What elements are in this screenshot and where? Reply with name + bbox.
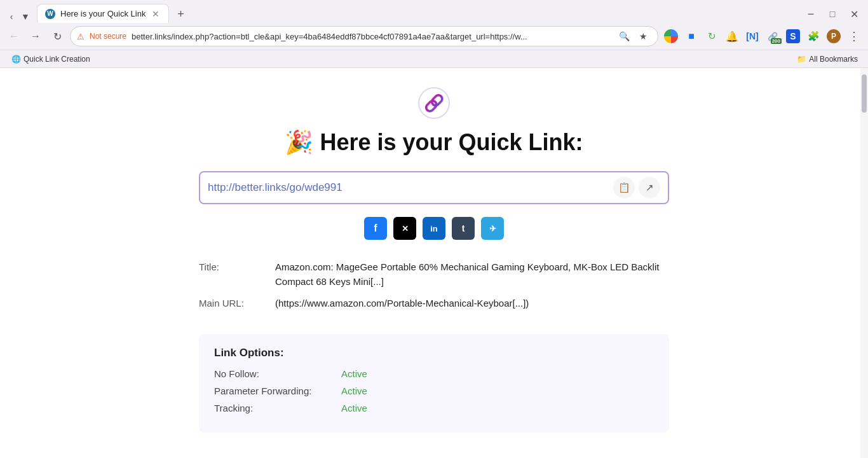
open-link-btn[interactable]: ↗ [639, 177, 660, 198]
search-icon-btn[interactable]: 🔍 [616, 28, 632, 45]
facebook-share-btn[interactable]: f [364, 217, 387, 240]
link-options-box: Link Options: No Follow: Active Paramete… [199, 334, 669, 433]
address-url: better.links/index.php?action=btl_cle&ap… [132, 32, 611, 41]
address-bar[interactable]: ⚠ Not secure better.links/index.php?acti… [70, 26, 658, 46]
param-forwarding-row: Parameter Forwarding: Active [214, 385, 654, 396]
tab-favicon: W [45, 9, 55, 19]
telegram-icon: ✈ [489, 224, 496, 233]
n-icon-btn[interactable]: [N] [743, 27, 761, 45]
copy-icon: 📋 [618, 182, 630, 193]
main-url-row: Main URL: (https://www.amazon.com/Portab… [199, 296, 669, 311]
tab-bar: ‹ ▼ W Here is your Quick Link ✕ + − □ ✕ [0, 0, 868, 23]
browser-chrome: ‹ ▼ W Here is your Quick Link ✕ + − □ ✕ … [0, 0, 868, 68]
new-tab-btn[interactable]: + [172, 5, 189, 23]
title-row: Title: Amazon.com: MageGee Portable 60% … [199, 260, 669, 289]
tracking-row: Tracking: Active [214, 403, 654, 413]
badge-200: 200 [771, 38, 782, 44]
g-logo [664, 29, 678, 43]
x-share-btn[interactable]: ✕ [393, 217, 416, 240]
tab-close-btn[interactable]: ✕ [151, 8, 161, 20]
s-logo: S [786, 29, 800, 43]
x-icon: ✕ [402, 224, 409, 233]
bookmark-quick-link-creation[interactable]: 🌐 Quick Link Creation [6, 53, 95, 65]
skype-icon[interactable]: S [784, 27, 802, 45]
browser-tab-active[interactable]: W Here is your Quick Link ✕ [37, 4, 169, 23]
no-follow-row: No Follow: Active [214, 368, 654, 379]
link-actions: 📋 ↗ [613, 177, 660, 198]
copy-link-btn[interactable]: 📋 [613, 177, 635, 198]
forward-btn[interactable]: → [27, 27, 44, 45]
quick-link-url[interactable]: http://better.links/go/wde991 [208, 181, 613, 194]
tumblr-icon: t [462, 223, 465, 233]
logo-area: 🔗 [418, 87, 450, 119]
not-secure-label: Not secure [90, 32, 126, 41]
address-icons: 🔍 ★ [616, 28, 651, 45]
title-value: Amazon.com: MageGee Portable 60% Mechani… [275, 260, 669, 289]
bookmark-star-btn[interactable]: ★ [635, 28, 651, 45]
meta-section: Title: Amazon.com: MageGee Portable 60% … [199, 260, 669, 319]
google-icon[interactable] [662, 27, 680, 45]
tab-history-back-btn[interactable]: ‹ [5, 10, 18, 23]
linkedin-icon: in [430, 224, 438, 233]
extensions-icon[interactable]: 🧩 [804, 27, 822, 45]
refresh-btn[interactable]: ↻ [48, 27, 66, 45]
brand-logo: 🔗 [418, 87, 450, 119]
facebook-icon: f [374, 223, 377, 234]
menu-btn[interactable]: ⋮ [845, 27, 863, 45]
tumblr-share-btn[interactable]: t [452, 217, 475, 240]
minimize-btn[interactable]: − [802, 5, 820, 23]
tracking-label: Tracking: [214, 403, 341, 413]
heading-emoji: 🎉 [285, 129, 313, 156]
main-url-label: Main URL: [199, 296, 275, 309]
tab-list-btn[interactable]: ▼ [19, 10, 32, 23]
no-follow-label: No Follow: [214, 368, 341, 379]
bell-icon[interactable]: 🔔 [723, 27, 741, 45]
maximize-btn[interactable]: □ [824, 5, 841, 23]
no-follow-value: Active [341, 368, 367, 379]
all-bookmarks-label: All Bookmarks [809, 55, 858, 64]
linkedin-share-btn[interactable]: in [423, 217, 445, 240]
back-btn[interactable]: ← [5, 27, 23, 45]
address-bar-row: ← → ↻ ⚠ Not secure better.links/index.ph… [0, 23, 868, 50]
bookmark-favicon: 🌐 [11, 55, 21, 64]
all-bookmarks-btn[interactable]: 📁 All Bookmarks [793, 53, 862, 65]
link-options-title: Link Options: [214, 347, 654, 359]
param-forwarding-label: Parameter Forwarding: [214, 385, 341, 396]
external-link-icon: ↗ [646, 182, 654, 193]
title-label: Title: [199, 260, 275, 272]
badge-200-icon[interactable]: 🔗 200 [764, 27, 782, 45]
scroll-thumb[interactable] [862, 74, 867, 113]
user-avatar: P [827, 29, 841, 43]
bookmark-label: Quick Link Creation [24, 55, 90, 64]
link-box: http://better.links/go/wde991 📋 ↗ [199, 171, 669, 204]
social-share-bar: f ✕ in t ✈ [364, 217, 504, 240]
profile-avatar[interactable]: P [825, 27, 843, 45]
shield-icon[interactable]: ■ [682, 27, 700, 45]
lock-icon: ⚠ [77, 32, 85, 41]
telegram-share-btn[interactable]: ✈ [481, 217, 504, 240]
all-bookmarks-icon: 📁 [797, 55, 806, 64]
main-url-value: (https://www.amazon.com/Portable-Mechani… [275, 296, 669, 311]
extension-refresh-icon[interactable]: ↻ [703, 27, 721, 45]
close-btn[interactable]: ✕ [845, 5, 863, 23]
heading-text: Here is your Quick Link: [320, 129, 583, 156]
scrollbar[interactable] [860, 68, 868, 458]
page-content: 🔗 🎉 Here is your Quick Link: http://bett… [0, 68, 868, 458]
toolbar-icons: ■ ↻ 🔔 [N] 🔗 200 S 🧩 P ⋮ [662, 27, 863, 45]
tracking-value: Active [341, 403, 367, 413]
main-heading: 🎉 Here is your Quick Link: [285, 129, 583, 156]
tab-title: Here is your Quick Link [60, 9, 146, 18]
bookmark-bar: 🌐 Quick Link Creation 📁 All Bookmarks [0, 50, 868, 67]
param-forwarding-value: Active [341, 385, 367, 396]
